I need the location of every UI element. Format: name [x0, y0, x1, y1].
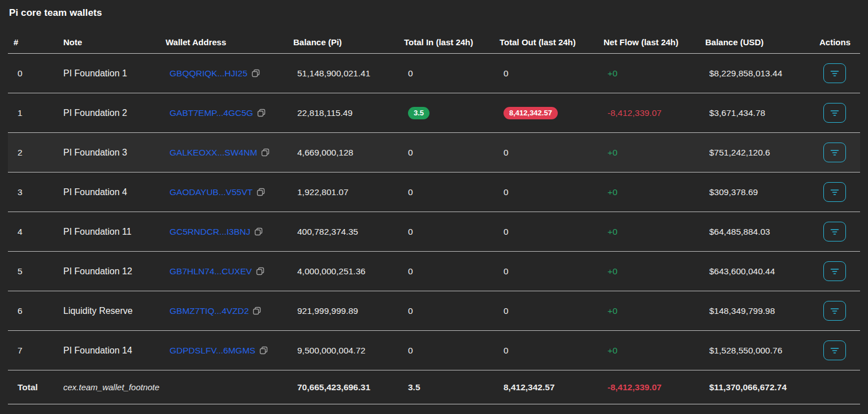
total-in-value: 0: [408, 346, 413, 355]
filter-lines-icon: [830, 189, 839, 196]
table-row: 6 Liquidity Reserve GBMZ7TIQ...4VZD2 921…: [8, 291, 860, 331]
filter-lines-icon: [830, 228, 839, 235]
wallet-address-link[interactable]: GB7HLN74...CUXEV: [170, 266, 252, 277]
row-index: 2: [8, 148, 58, 158]
row-actions-button[interactable]: [823, 222, 846, 241]
copy-address-button[interactable]: [257, 188, 265, 196]
copy-address-button[interactable]: [259, 346, 268, 355]
wallet-address-link[interactable]: GABT7EMP...4GC5G: [170, 108, 253, 118]
total-out-value: 0: [504, 148, 509, 157]
row-actions-button[interactable]: [823, 182, 846, 202]
net-flow-value: +0: [607, 68, 618, 78]
actions-cell: [814, 63, 860, 83]
actions-cell: [814, 103, 860, 123]
total-balance-usd: $11,370,066,672.74: [700, 382, 814, 393]
table-row: 5 PI Foundation 12 GB7HLN74...CUXEV 4,00…: [8, 252, 860, 291]
column-header-wallet: Wallet Address: [160, 37, 288, 47]
wallet-address-link[interactable]: GALKEOXX...SW4NM: [170, 148, 257, 158]
net-flow-cell: +0: [598, 187, 700, 197]
row-index: 1: [8, 108, 58, 118]
actions-cell: [814, 143, 860, 162]
copy-icon: [261, 148, 270, 157]
total-in-cell: 0: [398, 346, 494, 356]
total-out-value: 0: [504, 306, 509, 316]
wallet-note: PI Foundation 1: [58, 68, 160, 79]
table-row: 1 PI Foundation 2 GABT7EMP...4GC5G 22,81…: [8, 93, 860, 133]
table-total-row: Total cex.team_wallet_footnote 70,665,42…: [8, 370, 860, 404]
filter-lines-icon: [830, 347, 839, 354]
total-out-value: 0: [504, 187, 509, 197]
wallet-address-cell: GALKEOXX...SW4NM: [160, 148, 288, 158]
copy-icon: [251, 69, 260, 77]
total-out-cell: 0: [494, 306, 598, 316]
total-out-cell: 0: [494, 266, 598, 277]
column-header-total-out: Total Out (last 24h): [494, 37, 598, 47]
balance-usd-value: $643,600,040.44: [700, 266, 814, 277]
actions-cell: [814, 261, 860, 281]
wallet-address-link[interactable]: GDPDSLFV...6MGMS: [170, 346, 255, 356]
net-flow-value: +0: [607, 227, 618, 236]
wallet-address-link[interactable]: GBMZ7TIQ...4VZD2: [170, 306, 249, 316]
copy-address-button[interactable]: [261, 148, 270, 157]
row-index: 6: [8, 306, 58, 316]
actions-cell: [814, 222, 860, 241]
page-title: Pi core team wallets: [0, 0, 868, 19]
total-in-sum: 3.5: [398, 382, 494, 393]
copy-address-button[interactable]: [256, 267, 264, 275]
column-header-total-in: Total In (last 24h): [398, 37, 494, 47]
net-flow-value: +0: [607, 266, 618, 276]
copy-address-button[interactable]: [254, 227, 263, 236]
wallet-note: PI Foundation 4: [58, 187, 160, 197]
total-in-value: 0: [408, 306, 413, 316]
balance-pi-value: 400,782,374.35: [288, 227, 398, 237]
column-header-net-flow: Net Flow (last 24h): [598, 37, 700, 47]
row-index: 5: [8, 266, 58, 277]
filter-lines-icon: [830, 268, 839, 275]
total-in-cell: 0: [398, 187, 494, 197]
balance-pi-value: 4,669,000,128: [288, 148, 398, 158]
row-actions-button[interactable]: [823, 301, 846, 321]
filter-lines-icon: [830, 308, 839, 314]
total-label: Total: [8, 382, 58, 393]
balance-pi-value: 1,922,801.07: [288, 187, 398, 197]
actions-cell: [814, 182, 860, 202]
copy-icon: [257, 188, 265, 196]
copy-icon: [256, 267, 264, 275]
wallet-address-link[interactable]: GC5RNDCR...I3BNJ: [170, 227, 250, 237]
total-in-value: 0: [408, 68, 413, 78]
copy-address-button[interactable]: [257, 109, 266, 117]
total-net-flow-value: -8,412,339.07: [607, 382, 662, 392]
copy-address-button[interactable]: [253, 307, 261, 315]
balance-usd-value: $8,229,858,013.44: [700, 68, 814, 79]
copy-address-button[interactable]: [251, 69, 260, 77]
total-in-cell: 0: [398, 68, 494, 79]
wallet-address-link[interactable]: GBQQRIQK...HJI25: [170, 68, 248, 79]
wallet-address-cell: GBMZ7TIQ...4VZD2: [160, 306, 288, 316]
total-out-cell: 0: [494, 227, 598, 237]
column-header-balance-usd: Balance (USD): [700, 37, 814, 47]
total-out-value: 0: [504, 68, 509, 78]
net-flow-value: +0: [607, 346, 618, 355]
total-in-value: 0: [408, 227, 413, 236]
table-row: 7 PI Foundation 14 GDPDSLFV...6MGMS 9,50…: [8, 331, 860, 370]
balance-pi-value: 921,999,999.89: [288, 306, 398, 316]
total-in-cell: 0: [398, 306, 494, 316]
row-actions-button[interactable]: [823, 63, 846, 83]
row-actions-button[interactable]: [823, 261, 846, 281]
wallet-note: Liquidity Reserve: [58, 306, 160, 316]
balance-usd-value: $1,528,550,000.76: [700, 346, 814, 356]
net-flow-cell: +0: [598, 148, 700, 158]
total-in-cell: 0: [398, 148, 494, 158]
wallet-address-cell: GDPDSLFV...6MGMS: [160, 346, 288, 356]
row-actions-button[interactable]: [823, 143, 846, 162]
column-header-actions: Actions: [814, 37, 860, 47]
row-actions-button[interactable]: [823, 340, 846, 360]
row-index: 3: [8, 187, 58, 197]
column-header-note: Note: [58, 37, 160, 47]
team-wallets-table: # Note Wallet Address Balance (Pi) Total…: [8, 31, 860, 404]
balance-usd-value: $3,671,434.78: [700, 108, 814, 118]
wallet-address-link[interactable]: GAODAYUB...V55VT: [170, 187, 253, 197]
balance-pi-value: 4,000,000,251.36: [288, 266, 398, 277]
row-actions-button[interactable]: [823, 103, 846, 123]
row-index: 7: [8, 346, 58, 356]
